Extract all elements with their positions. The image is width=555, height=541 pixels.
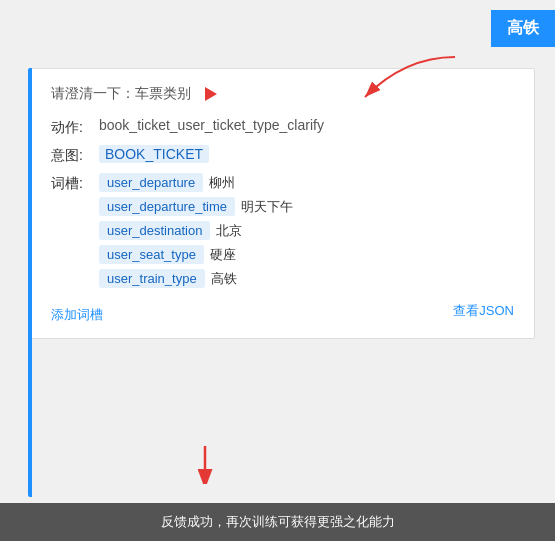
action-row: 动作: book_ticket_user_ticket_type_clarify xyxy=(51,117,514,137)
header-text: 请澄清一下：车票类别 xyxy=(51,85,191,103)
slot-key: user_destination xyxy=(99,221,210,240)
slot-key: user_train_type xyxy=(99,269,205,288)
card-footer: 添加词槽 查看JSON xyxy=(51,296,514,324)
intent-value: BOOK_TICKET xyxy=(99,145,209,163)
add-slot-link[interactable]: 添加词槽 xyxy=(51,306,103,324)
view-json-link[interactable]: 查看JSON xyxy=(453,302,514,320)
slot-value: 高铁 xyxy=(211,270,237,288)
slot-key: user_seat_type xyxy=(99,245,204,264)
action-label: 动作: xyxy=(51,117,91,137)
slot-item: user_departure_time明天下午 xyxy=(99,197,514,216)
intent-label: 意图: xyxy=(51,145,91,165)
card-left-accent xyxy=(28,68,32,497)
slot-key: user_departure_time xyxy=(99,197,235,216)
slot-item: user_train_type高铁 xyxy=(99,269,514,288)
slots-list: user_departure柳州user_departure_time明天下午u… xyxy=(99,173,514,288)
intent-row: 意图: BOOK_TICKET xyxy=(51,145,514,165)
action-value: book_ticket_user_ticket_type_clarify xyxy=(99,117,324,133)
feedback-bar: 反馈成功，再次训练可获得更强之化能力 xyxy=(0,503,555,541)
slots-row: 词槽: user_departure柳州user_departure_time明… xyxy=(51,173,514,288)
slot-key: user_departure xyxy=(99,173,203,192)
slot-item: user_destination北京 xyxy=(99,221,514,240)
slot-item: user_seat_type硬座 xyxy=(99,245,514,264)
slots-label: 词槽: xyxy=(51,173,91,193)
down-arrow xyxy=(190,444,220,487)
top-arrow xyxy=(345,52,465,115)
feedback-text: 反馈成功，再次训练可获得更强之化能力 xyxy=(161,514,395,529)
slot-value: 北京 xyxy=(216,222,242,240)
slot-value: 柳州 xyxy=(209,174,235,192)
header-arrow-icon xyxy=(205,87,217,101)
slot-value: 硬座 xyxy=(210,246,236,264)
slot-item: user_departure柳州 xyxy=(99,173,514,192)
slot-value: 明天下午 xyxy=(241,198,293,216)
gaotie-button[interactable]: 高铁 xyxy=(491,10,555,47)
